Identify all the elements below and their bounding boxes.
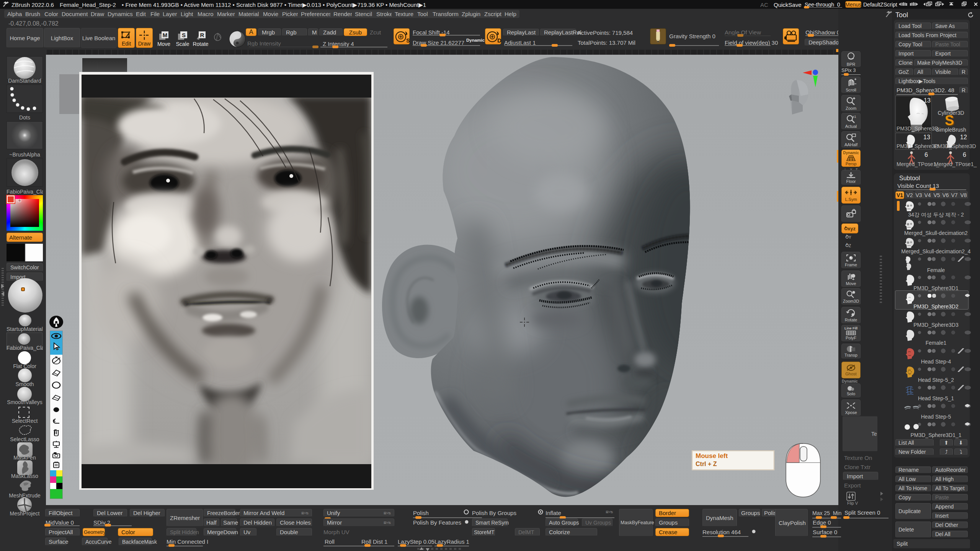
- svg-text:S: S: [182, 32, 186, 38]
- svg-text:S: S: [406, 37, 410, 44]
- svg-text:M: M: [163, 32, 168, 38]
- svg-text:R: R: [200, 32, 204, 38]
- svg-text:D: D: [497, 37, 501, 44]
- svg-text:x1: x1: [853, 115, 856, 119]
